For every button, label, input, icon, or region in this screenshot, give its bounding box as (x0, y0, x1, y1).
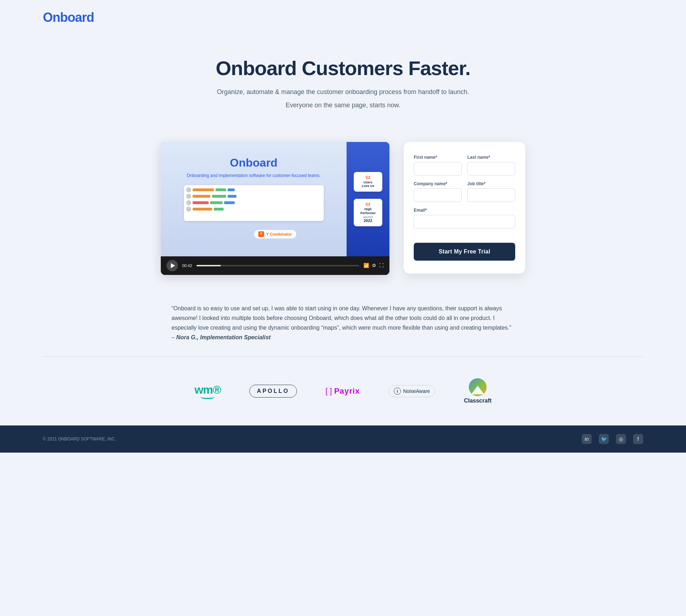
apollo-text: APOLLO (249, 385, 297, 398)
classcraft-mountain (471, 386, 484, 394)
logo[interactable]: Onboard (43, 10, 94, 25)
instagram-icon[interactable]: ◎ (616, 434, 626, 444)
testimonial-text: “Onboard is so easy to use and set up, I… (172, 304, 514, 343)
video-screenshot (184, 185, 324, 221)
company-name-input[interactable] (414, 188, 462, 202)
footer-social-links: in 🐦 ◎ f (582, 434, 643, 444)
video-thumbnail[interactable]: Onboard Onboarding and implementation so… (161, 142, 389, 256)
main-content: Onboard Onboarding and implementation so… (0, 128, 686, 289)
play-icon (171, 263, 175, 268)
logos-section: wm® APOLLO [ ] Payrix ℹ NoiseAware Class… (0, 357, 686, 425)
last-name-label: Last name* (467, 155, 515, 160)
testimonial-section: “Onboard is so easy to use and set up, I… (129, 289, 557, 357)
logo-classcraft: Classcraft (464, 378, 491, 404)
logo-wm: wm® (194, 383, 221, 399)
company-name-label: Company name* (414, 181, 462, 186)
footer-copyright: © 2021 ONBOARD SOFTWARE, INC. (43, 437, 116, 442)
noiseaware-text: ℹ NoiseAware (388, 385, 435, 397)
logo-payrix: [ ] Payrix (325, 386, 360, 396)
video-brand-name: Onboard (230, 156, 277, 169)
payrix-text: Payrix (334, 386, 360, 396)
form-row-name: First name* Last name* (414, 155, 515, 176)
classcraft-text: Classcraft (464, 398, 491, 404)
form-group-email: Email* (414, 208, 515, 228)
hero-subline2: Everyone on the same page, starts now. (43, 100, 643, 110)
form-group-jobtitle: Job title* (467, 181, 515, 202)
job-title-input[interactable] (467, 188, 515, 202)
facebook-icon[interactable]: f (633, 434, 643, 444)
settings-icon[interactable]: ⚙ (372, 263, 376, 268)
video-progress-bar[interactable] (197, 265, 359, 266)
job-title-label: Job title* (467, 181, 515, 186)
video-controls[interactable]: 00:42 📶 ⚙ ⛶ (161, 256, 389, 275)
video-right-panel: G2 Users Love Us G2 High Performer WINTE… (347, 142, 389, 256)
yc-logo-icon: Y (258, 231, 264, 237)
testimonial-author: Nora G., Implementation Specialist (176, 334, 270, 340)
wm-text: wm® (194, 383, 221, 396)
first-name-input[interactable] (414, 162, 462, 176)
first-name-label: First name* (414, 155, 462, 160)
fullscreen-icon[interactable]: ⛶ (379, 263, 384, 268)
submit-button[interactable]: Start My Free Trial (414, 243, 515, 261)
video-tagline: Onboarding and implementation software f… (187, 173, 321, 178)
video-time: 00:42 (182, 263, 192, 268)
video-control-icons: 📶 ⚙ ⛶ (363, 263, 384, 268)
form-row-company: Company name* Job title* (414, 181, 515, 202)
ycombinator-badge: Y Y Combinator (254, 230, 296, 238)
noiseaware-icon: ℹ (394, 388, 401, 395)
header: Onboard (0, 0, 686, 35)
hero-subline1: Organize, automate & manage the customer… (43, 87, 643, 97)
form-group-company: Company name* (414, 181, 462, 202)
email-input[interactable] (414, 215, 515, 228)
logo-apollo: APOLLO (249, 385, 297, 398)
g2-badge-high-performer: G2 High Performer WINTER 2022 (354, 199, 382, 226)
video-progress-fill (197, 265, 221, 266)
form-row-email: Email* (414, 208, 515, 228)
last-name-input[interactable] (467, 162, 515, 176)
ycombinator-label: Y Combinator (266, 232, 292, 236)
form-group-firstname: First name* (414, 155, 462, 176)
signup-form: First name* Last name* Company name* Job… (404, 142, 525, 273)
twitter-icon[interactable]: 🐦 (599, 434, 609, 444)
classcraft-container: Classcraft (464, 378, 491, 404)
hero-headline: Onboard Customers Faster. (43, 56, 643, 80)
video-player: Onboard Onboarding and implementation so… (161, 142, 389, 275)
classcraft-icon (469, 378, 487, 396)
g2-badge-users-love-us: G2 Users Love Us (354, 172, 382, 192)
play-button[interactable] (166, 260, 178, 271)
footer: © 2021 ONBOARD SOFTWARE, INC. in 🐦 ◎ f (0, 425, 686, 453)
email-label: Email* (414, 208, 515, 213)
form-group-lastname: Last name* (467, 155, 515, 176)
video-left-panel: Onboard Onboarding and implementation so… (161, 142, 347, 256)
hero-section: Onboard Customers Faster. Organize, auto… (0, 35, 686, 128)
volume-icon[interactable]: 📶 (363, 263, 369, 268)
linkedin-icon[interactable]: in (582, 434, 592, 444)
logo-noiseaware: ℹ NoiseAware (388, 385, 435, 397)
